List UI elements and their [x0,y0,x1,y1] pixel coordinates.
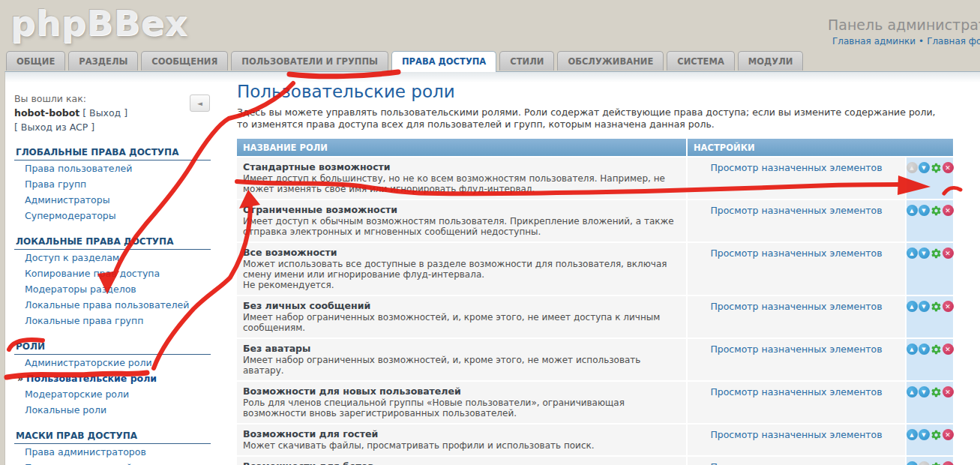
tab-стили[interactable]: СТИЛИ [499,51,554,70]
move-up-button[interactable]: ▲ [907,461,918,465]
role-actions-cell: ▲▼✕ [907,296,953,338]
delete-button[interactable]: ✕ [943,429,954,440]
link-admin-index[interactable]: Главная админки [832,36,916,46]
sidebar-item[interactable]: Локальные права пользователей [14,297,211,313]
sidebar-item[interactable]: Права администраторов [14,444,211,460]
role-description: Имеет доступ к обычным возможностям поль… [243,216,680,237]
view-assigned-link[interactable]: Просмотр назначенных элементов [710,344,882,355]
role-description: Имеет набор ограниченных возможностей, и… [243,355,680,376]
role-actions-cell: ▲▼✕ [907,382,953,423]
settings-gear-button[interactable] [931,301,942,312]
sidebar-sections: ГЛОБАЛЬНЫЕ ПРАВА ДОСТУПАПрава пользовате… [14,147,211,465]
settings-gear-button[interactable] [931,344,942,355]
move-down-button[interactable]: ▼ [919,301,930,312]
sidebar-section: РОЛИАдминистраторские роли»Пользовательс… [14,341,211,418]
role-settings-cell: Просмотр назначенных элементов [688,296,905,338]
sidebar-item[interactable]: Локальные права групп [14,313,211,328]
settings-gear-button[interactable] [931,461,942,465]
tab-сообщения[interactable]: СООБЩЕНИЯ [141,51,228,70]
table-row: Возможности для гостейМожет скачивать фа… [237,424,953,455]
move-down-button[interactable]: ▼ [919,162,930,173]
move-down-button[interactable]: ▼ [919,386,930,398]
delete-button[interactable]: ✕ [943,162,954,173]
sidebar-item[interactable]: »Пользовательские роли [14,370,211,386]
move-up-button[interactable]: ▲ [907,386,918,398]
delete-button[interactable]: ✕ [943,461,954,465]
sidebar-section-title: РОЛИ [14,341,211,355]
tab-обслуживание[interactable]: ОБСЛУЖИВАНИЕ [557,51,664,70]
role-description: Имеет набор ограниченных возможностей, и… [243,312,680,333]
role-description: Может скачивать файлы, просматривать про… [243,440,680,451]
move-up-button[interactable]: ▲ [907,344,918,355]
sidebar-item[interactable]: Права групп [14,176,211,192]
table-row: Ограниченные возможностиИмеет доступ к о… [237,200,953,242]
role-name-cell: Возможности для ботовМожет скачивать фай… [237,457,686,465]
sidebar-item[interactable]: Администраторы [14,192,211,208]
role-description: Имеет доступ к большинству, но не ко все… [243,173,680,194]
view-assigned-link[interactable]: Просмотр назначенных элементов [710,386,882,398]
logout-link[interactable]: [ Выход ] [82,107,127,118]
settings-gear-button[interactable] [931,386,942,398]
move-down-button[interactable]: ▼ [919,429,930,440]
move-down-button[interactable]: ▼ [919,248,930,259]
roles-table: НАЗВАНИЕ РОЛИ НАСТРОЙКИ Стандартные возм… [237,139,953,465]
move-down-button[interactable]: ▼ [919,205,930,216]
tab-bar: ОБЩИЕРАЗДЕЛЫСООБЩЕНИЯПОЛЬЗОВАТЕЛИ И ГРУП… [6,51,803,70]
column-header-settings: НАСТРОЙКИ [688,139,953,156]
sidebar-item[interactable]: Права пользователей [14,160,211,176]
link-forum-index[interactable]: Главная форума [927,36,980,46]
header-links: Главная админки•Главная форума [832,36,980,46]
sidebar-item[interactable]: Права пользователей [14,460,211,465]
table-header-row: НАЗВАНИЕ РОЛИ НАСТРОЙКИ [237,139,953,156]
sidebar-item[interactable]: Модераторы разделов [14,281,211,297]
move-up-button[interactable]: ▲ [907,301,918,312]
move-up-button: ▲ [907,162,918,173]
sidebar-item[interactable]: Локальные роли [14,402,211,418]
sidebar-item[interactable]: Модераторские роли [14,386,211,402]
role-settings-cell: Просмотр назначенных элементов [688,200,905,242]
tab-система[interactable]: СИСТЕМА [667,51,735,70]
view-assigned-link[interactable]: Просмотр назначенных элементов [710,205,882,216]
delete-button[interactable]: ✕ [943,301,954,312]
settings-gear-button[interactable] [931,162,942,173]
sidebar-section: МАСКИ ПРАВ ДОСТУПАПрава администраторовП… [14,430,211,465]
view-assigned-link[interactable]: Просмотр назначенных элементов [710,301,882,312]
sidebar-item[interactable]: Доступ к разделам [14,250,211,266]
settings-gear-button[interactable] [931,429,942,440]
tab-пользователи-и-группы[interactable]: ПОЛЬЗОВАТЕЛИ И ГРУППЫ [231,51,388,70]
role-actions-cell: ▲▼✕ [907,424,953,455]
sidebar-item[interactable]: Копирование прав доступа [14,266,211,281]
table-row: Возможности для новых пользователейРоль … [237,382,953,423]
tab-разделы[interactable]: РАЗДЕЛЫ [68,51,138,70]
move-down-button[interactable]: ▼ [919,344,930,355]
view-assigned-link[interactable]: Просмотр назначенных элементов [710,162,882,173]
move-up-button[interactable]: ▲ [907,248,918,259]
role-actions-cell: ▲▼✕ [907,339,953,380]
page-description: Здесь вы можете управлять пользовательск… [237,106,949,130]
delete-button[interactable]: ✕ [943,386,954,398]
move-up-button[interactable]: ▲ [907,205,918,216]
logout-acp-link[interactable]: [ Выход из ACP ] [14,122,94,133]
phpbbex-logo: phpBBex [10,3,188,44]
table-row: Без аватарыИмеет набор ограниченных возм… [237,339,953,380]
role-name: Все возможности [243,247,680,258]
sidebar-section-title: ЛОКАЛЬНЫЕ ПРАВА ДОСТУПА [14,236,211,250]
view-assigned-link[interactable]: Просмотр назначенных элементов [710,248,882,259]
delete-button[interactable]: ✕ [943,205,954,216]
delete-button[interactable]: ✕ [943,344,954,355]
sidebar-item[interactable]: Супермодераторы [14,208,211,224]
view-assigned-link[interactable]: Просмотр назначенных элементов [710,461,882,465]
tab-права-доступа[interactable]: ПРАВА ДОСТУПА [391,51,496,72]
delete-button[interactable]: ✕ [943,248,954,259]
table-row: Без личных сообщенийИмеет набор ограниче… [237,296,953,338]
move-up-button[interactable]: ▲ [907,429,918,440]
role-settings-cell: Просмотр назначенных элементов [688,158,905,199]
view-assigned-link[interactable]: Просмотр назначенных элементов [710,429,882,440]
tab-модули[interactable]: МОДУЛИ [738,51,804,70]
logged-in-label: Вы вошли как: [14,92,211,106]
settings-gear-button[interactable] [931,248,942,259]
settings-gear-button[interactable] [931,205,942,216]
sidebar-item[interactable]: Администраторские роли [14,355,211,370]
tab-общие[interactable]: ОБЩИЕ [6,51,65,70]
role-name-cell: Все возможностиМожет использовать все до… [237,243,686,295]
